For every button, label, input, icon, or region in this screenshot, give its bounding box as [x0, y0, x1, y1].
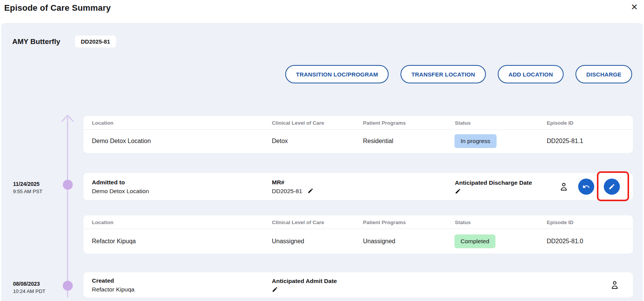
status-badge-wrap: In progress — [454, 134, 497, 148]
anticipated-admit-date-label: Anticipated Admit Date — [272, 277, 337, 285]
cell-location: Demo Detox Location — [92, 138, 151, 145]
anticipated-discharge-date-label: Anticipated Discharge Date — [455, 178, 532, 187]
undo-icon — [582, 183, 590, 190]
column-header-location: Location — [92, 120, 113, 125]
column-header-clinical-level: Clinical Level of Care — [272, 120, 324, 125]
transfer-location-button[interactable]: TRANSFER LOCATION — [400, 65, 485, 83]
edit-mr-number-icon[interactable] — [307, 188, 314, 194]
edit-button[interactable] — [604, 179, 620, 195]
add-location-button[interactable]: ADD LOCATION — [498, 65, 564, 83]
discharge-button[interactable]: DISCHARGE — [575, 65, 632, 83]
cell-clinical-level: Detox — [272, 138, 288, 145]
timeline-date-value: 08/08/2023 — [13, 281, 67, 287]
page-title: Episode of Care Summary — [4, 3, 111, 13]
table-row: Demo Detox Location Detox Residential In… — [83, 130, 633, 153]
event-action: Created Refactor Kipuqa — [92, 276, 134, 294]
status-badge-wrap: Completed — [454, 234, 495, 248]
edit-anticipated-admit-date-icon[interactable] — [272, 286, 278, 293]
patient-name: AMY Butterfly — [12, 37, 60, 46]
table-header-row: Location Clinical Level of Care Patient … — [83, 215, 633, 229]
event-action-value: Demo Detox Location — [92, 187, 149, 195]
summary-panel: AMY Butterfly DD2025-81 TRANSITION LOC/P… — [1, 23, 643, 301]
edit-anticipated-discharge-date-icon[interactable] — [455, 188, 461, 194]
pencil-icon — [608, 183, 615, 190]
event-action-label: Created — [92, 276, 134, 285]
column-header-patient-programs: Patient Programs — [363, 219, 406, 225]
cell-patient-programs: Unassigned — [363, 238, 396, 245]
timeline-time-value: 10:24 AM PDT — [13, 288, 67, 294]
timeline-time-value: 9:55 AM PST — [13, 189, 67, 194]
column-header-clinical-level: Clinical Level of Care — [272, 219, 324, 225]
cell-patient-programs: Residential — [363, 138, 393, 145]
created-event-card: Created Refactor Kipuqa Anticipated Admi… — [83, 272, 633, 298]
event-action: Admitted to Demo Detox Location — [92, 177, 149, 195]
admitted-event-card: Admitted to Demo Detox Location MR# DD20… — [83, 173, 633, 200]
user-icon — [610, 280, 620, 290]
anticipated-discharge-date-field: Anticipated Discharge Date — [455, 178, 532, 195]
transition-loc-program-button[interactable]: TRANSITION LOC/PROGRAM — [285, 65, 389, 83]
event-action-value: Refactor Kipuqa — [92, 285, 134, 294]
user-icon — [559, 181, 569, 192]
event-action-label: Admitted to — [92, 177, 149, 186]
patient-id-badge: DD2025-81 — [75, 36, 116, 47]
episode-table-previous: Location Clinical Level of Care Patient … — [83, 215, 633, 254]
mr-number-value: DD2025-81 — [272, 187, 302, 195]
column-header-patient-programs: Patient Programs — [363, 120, 406, 125]
status-badge: Completed — [454, 234, 495, 248]
title-bar: Episode of Care Summary ✕ — [0, 0, 644, 23]
mr-number-label: MR# — [272, 177, 314, 186]
column-header-status: Status — [455, 219, 471, 225]
cell-episode-id: DD2025-81.1 — [547, 138, 583, 145]
action-buttons: TRANSITION LOC/PROGRAM TRANSFER LOCATION… — [285, 65, 632, 83]
undo-button[interactable] — [578, 179, 594, 195]
episode-table-current: Location Clinical Level of Care Patient … — [83, 116, 633, 153]
cell-location: Refactor Kipuqa — [92, 238, 136, 245]
column-header-status: Status — [455, 120, 471, 125]
cell-clinical-level: Unassigned — [272, 238, 304, 245]
timeline-date: 08/08/2023 10:24 AM PDT — [13, 281, 67, 294]
anticipated-admit-date-field: Anticipated Admit Date — [272, 277, 337, 293]
mr-number-field: MR# DD2025-81 — [272, 177, 314, 195]
timeline-date-value: 11/24/2025 — [13, 181, 67, 187]
timeline-line — [67, 117, 68, 298]
table-row: Refactor Kipuqa Unassigned Unassigned Co… — [83, 229, 633, 253]
status-badge: In progress — [454, 134, 497, 148]
timeline-date: 11/24/2025 9:55 AM PST — [13, 181, 67, 194]
column-header-episode-id: Episode ID — [547, 219, 574, 225]
cell-episode-id: DD2025-81.0 — [547, 238, 583, 245]
column-header-episode-id: Episode ID — [547, 120, 574, 125]
table-header-row: Location Clinical Level of Care Patient … — [83, 116, 633, 130]
column-header-location: Location — [92, 219, 113, 225]
close-icon[interactable]: ✕ — [629, 2, 639, 13]
